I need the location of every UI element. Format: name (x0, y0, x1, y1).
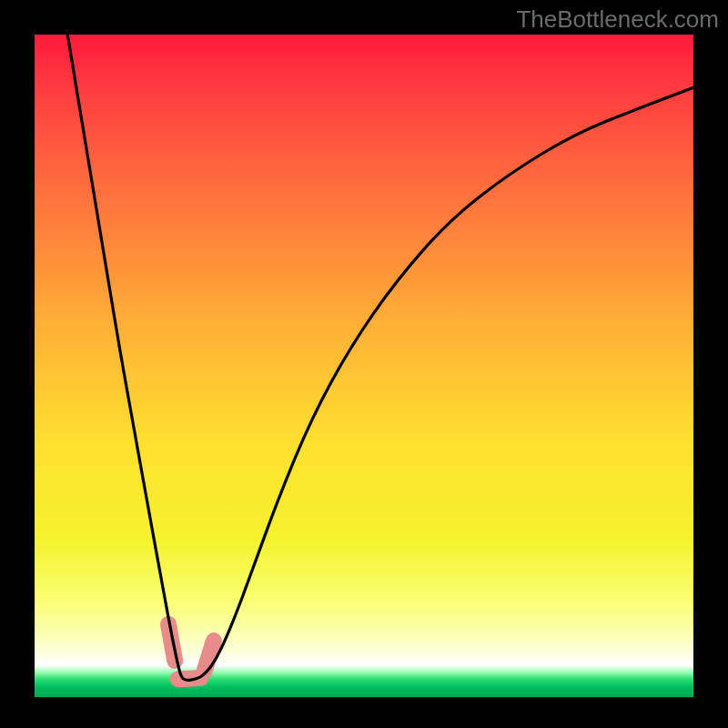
chart-frame: TheBottleneck.com (0, 0, 728, 728)
plot-area (35, 35, 693, 697)
watermark-text: TheBottleneck.com (516, 5, 719, 34)
curve-svg (35, 35, 693, 697)
bottleneck-curve (67, 35, 693, 680)
